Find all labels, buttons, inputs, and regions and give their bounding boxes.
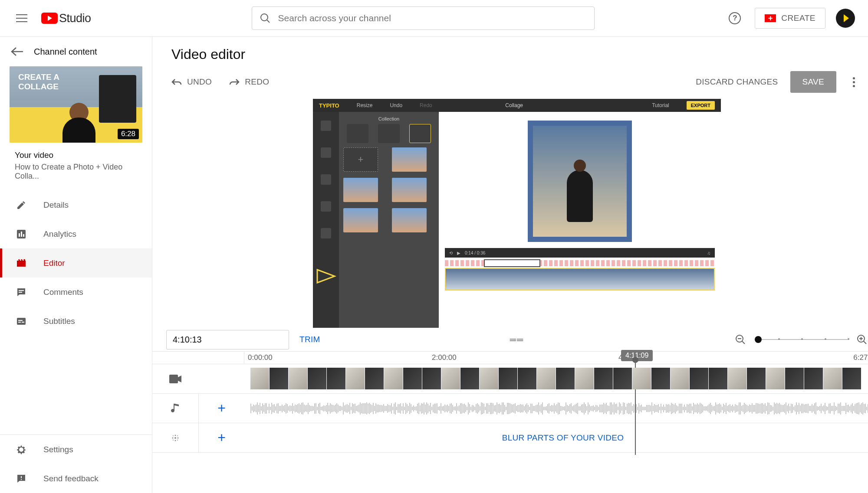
editor-actions: UNDO REDO DISCARD CHANGES SAVE xyxy=(171,67,862,97)
plus-icon: + xyxy=(217,400,226,416)
svg-point-24 xyxy=(177,440,178,441)
back-to-channel-content[interactable]: Channel content xyxy=(0,37,152,66)
youtube-studio-logo[interactable]: Studio xyxy=(41,12,91,25)
zoom-slider[interactable] xyxy=(755,339,848,340)
undo-button[interactable]: UNDO xyxy=(171,77,212,87)
hamburger-icon xyxy=(16,14,27,22)
redo-button[interactable]: REDO xyxy=(229,77,269,87)
app-header: Studio ? CREATE xyxy=(0,0,868,37)
sidebar-item-settings[interactable]: Settings xyxy=(0,435,152,464)
page-title: Video editor xyxy=(171,46,862,62)
create-plus-icon xyxy=(765,14,776,22)
discard-changes-button[interactable]: DISCARD CHANGES xyxy=(696,77,778,87)
bar-chart-icon xyxy=(15,228,28,241)
sidebar-item-comments[interactable]: Comments xyxy=(0,278,152,307)
music-note-icon xyxy=(152,394,198,423)
video-title: How to Create a Photo + Video Colla... xyxy=(15,163,137,181)
preview-frame[interactable]: TYPITO Resize Undo Redo Collage Tutorial… xyxy=(313,99,721,328)
feedback-icon xyxy=(15,472,28,485)
svg-rect-4 xyxy=(23,234,24,237)
svg-rect-3 xyxy=(21,232,22,237)
audio-waveform[interactable] xyxy=(250,401,868,416)
video-track-icon xyxy=(152,364,198,393)
blur-track[interactable]: + BLUR PARTS OF YOUR VIDEO xyxy=(152,423,868,452)
sidebar-item-feedback[interactable]: Send feedback xyxy=(0,464,152,493)
sidebar: Channel content CREATE A COLLAGE 6:28 Yo… xyxy=(0,37,152,493)
sidebar-item-analytics[interactable]: Analytics xyxy=(0,219,152,248)
preview-collage: Collage xyxy=(505,102,523,108)
preview-redo: Redo xyxy=(420,102,432,108)
ruler-label-mid1: 2:00:00 xyxy=(432,353,457,362)
thumb-title-line1: CREATE A xyxy=(18,72,59,82)
sidebar-footer: Settings Send feedback xyxy=(0,434,152,493)
youtube-play-icon xyxy=(41,13,58,24)
logo-text: Studio xyxy=(59,12,91,25)
trim-button[interactable]: TRIM xyxy=(299,335,320,344)
zoom-slider-knob[interactable] xyxy=(755,336,762,343)
header-actions: ? CREATE xyxy=(725,8,855,29)
menu-toggle[interactable] xyxy=(13,10,30,27)
video-clip-strip[interactable] xyxy=(250,368,868,389)
sidebar-item-details[interactable]: Details xyxy=(0,190,152,219)
preview-resize: Resize xyxy=(357,102,373,108)
account-avatar[interactable] xyxy=(836,9,855,28)
back-label: Channel content xyxy=(34,47,97,57)
svg-rect-5 xyxy=(19,290,24,291)
svg-point-22 xyxy=(177,435,178,436)
help-button[interactable]: ? xyxy=(725,9,744,28)
zoom-out-icon[interactable] xyxy=(735,334,746,345)
nav-label: Comments xyxy=(43,287,83,297)
duration-badge: 6:28 xyxy=(118,129,139,139)
create-button[interactable]: CREATE xyxy=(755,8,825,29)
sidebar-item-editor[interactable]: Editor xyxy=(0,248,152,278)
timeline: 0:00:00 2:00:00 4:00:00 6:27:03 4:11:09 xyxy=(152,351,868,470)
panel-drag-handle[interactable]: ══ xyxy=(510,335,524,345)
preview-brand: TYPITO xyxy=(319,102,339,109)
empty-track xyxy=(152,452,868,470)
sidebar-item-subtitles[interactable]: Subtitles xyxy=(0,307,152,336)
blur-parts-button[interactable]: BLUR PARTS OF YOUR VIDEO xyxy=(250,427,868,449)
blur-icon xyxy=(152,423,198,452)
search-box[interactable] xyxy=(252,7,595,30)
save-button[interactable]: SAVE xyxy=(790,71,836,93)
thumb-title-line2: COLLAGE xyxy=(18,82,59,91)
redo-icon xyxy=(229,78,240,85)
video-preview: TYPITO Resize Undo Redo Collage Tutorial… xyxy=(152,99,868,328)
nav-label: Editor xyxy=(43,258,65,268)
main-content: Video editor UNDO REDO DISCARD CHANGES S… xyxy=(152,37,868,493)
ruler-label-end: 6:27:03 xyxy=(853,353,868,362)
feedback-label: Send feedback xyxy=(43,474,99,483)
audio-track[interactable]: + xyxy=(152,393,868,423)
svg-point-23 xyxy=(173,440,174,441)
video-thumbnail[interactable]: CREATE A COLLAGE 6:28 xyxy=(10,66,142,143)
undo-label: UNDO xyxy=(187,77,212,87)
search-icon xyxy=(252,13,278,24)
svg-rect-6 xyxy=(19,292,22,293)
create-label: CREATE xyxy=(781,13,815,23)
nav-label: Details xyxy=(43,200,69,210)
svg-point-0 xyxy=(261,14,268,21)
svg-rect-9 xyxy=(22,322,24,323)
preview-tutorial: Tutorial xyxy=(652,102,669,108)
undo-icon xyxy=(171,78,182,85)
svg-rect-11 xyxy=(21,476,22,478)
comment-icon xyxy=(15,286,28,299)
preview-collection: Collection xyxy=(343,116,434,121)
preview-export: EXPORT xyxy=(687,101,715,110)
search-input[interactable] xyxy=(278,13,594,23)
timeline-ruler[interactable]: 0:00:00 2:00:00 4:00:00 6:27:03 4:11:09 xyxy=(152,352,868,364)
svg-point-20 xyxy=(175,440,176,441)
time-input[interactable] xyxy=(166,330,289,349)
svg-point-19 xyxy=(175,434,176,436)
more-vertical-icon xyxy=(853,77,855,79)
add-blur-button[interactable]: + xyxy=(198,423,244,452)
add-audio-button[interactable]: + xyxy=(198,394,244,423)
svg-rect-10 xyxy=(18,320,23,321)
nav-label: Analytics xyxy=(43,229,76,239)
svg-rect-12 xyxy=(21,479,22,480)
zoom-in-icon[interactable] xyxy=(856,334,868,345)
preview-undo: Undo xyxy=(390,102,402,108)
more-options-button[interactable] xyxy=(845,73,862,91)
video-track[interactable] xyxy=(152,364,868,393)
svg-point-17 xyxy=(172,437,174,438)
